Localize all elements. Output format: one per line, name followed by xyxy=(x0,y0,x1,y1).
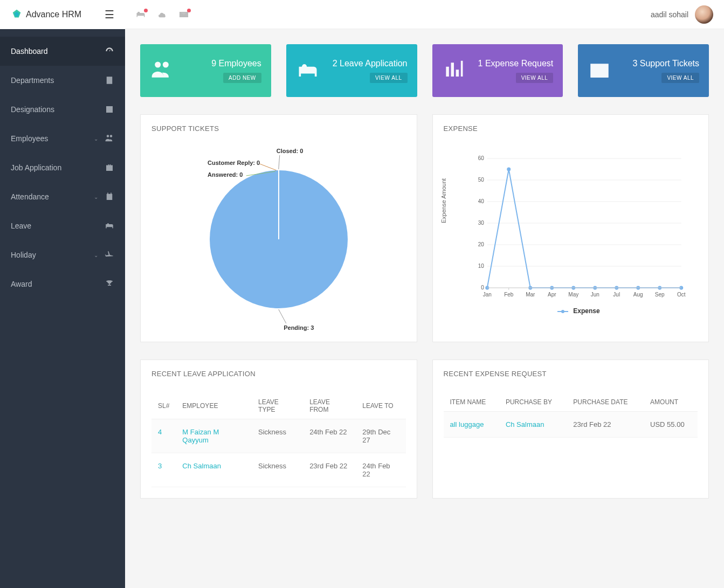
svg-text:Apr: Apr xyxy=(547,292,556,298)
svg-text:10: 10 xyxy=(478,263,484,269)
stat-row: 9 EmployeesADD NEW2 Leave ApplicationVIE… xyxy=(140,44,709,97)
notification-dot xyxy=(187,9,191,12)
table-link[interactable]: 3 xyxy=(158,462,162,470)
sidebar-item-label: Departments xyxy=(11,76,105,85)
sidebar-item-label: Holiday xyxy=(11,251,94,259)
svg-text:Mar: Mar xyxy=(526,292,535,298)
calendar-icon xyxy=(105,192,114,202)
svg-text:30: 30 xyxy=(478,220,484,226)
logo-section: Advance HRM ☰ xyxy=(0,0,125,29)
trophy-icon xyxy=(105,279,114,289)
support-tickets-pie-chart: Closed: 0 Customer Reply: 0 Answered: 0 … xyxy=(151,148,406,331)
table-cell: 23rd Feb 22 xyxy=(303,453,356,487)
sidebar-item-label: Job Application xyxy=(11,163,105,172)
expense-line-chart: Expense Amount 0102030405060JanFebMarApr… xyxy=(444,148,698,331)
table-header: LEAVE FROM xyxy=(303,393,356,419)
svg-line-5 xyxy=(279,309,286,323)
table-cell: 29th Dec 27 xyxy=(356,419,405,453)
svg-text:Sep: Sep xyxy=(654,292,664,298)
brand-logo[interactable]: Advance HRM xyxy=(11,9,81,20)
table-cell: 23rd Feb 22 xyxy=(567,412,644,438)
stat-title: 1 Expense Request xyxy=(474,59,554,68)
brand-logo-icon xyxy=(11,9,23,20)
leave-table: SL#EMPLOYEELEAVE TYPELEAVE FROMLEAVE TO … xyxy=(151,393,406,487)
sidebar-item-label: Dashboard xyxy=(11,47,105,56)
table-link[interactable]: M Faizan M Qayyum xyxy=(182,428,219,444)
chart-y-axis-label: Expense Amount xyxy=(440,178,447,223)
sidebar-item-employees[interactable]: Employees⌄ xyxy=(0,124,125,153)
stat-action-button[interactable]: VIEW ALL xyxy=(661,73,699,83)
table-link[interactable]: all luggage xyxy=(450,420,484,428)
table-link[interactable]: Ch Salmaan xyxy=(506,420,544,428)
users-icon xyxy=(150,59,174,82)
chevron-down-icon: ⌄ xyxy=(94,194,98,200)
username-label[interactable]: aadil sohail xyxy=(651,10,688,19)
avatar[interactable] xyxy=(695,5,713,24)
sidebar-item-job-application[interactable]: Job Application xyxy=(0,153,125,182)
dashboard-icon xyxy=(105,46,114,56)
topbar-cloud-icon[interactable] xyxy=(157,11,167,18)
sidebar-item-holiday[interactable]: Holiday⌄ xyxy=(0,240,125,269)
table-header: EMPLOYEE xyxy=(176,393,252,419)
plane-icon xyxy=(105,250,114,260)
notification-dot xyxy=(144,9,148,12)
stat-title: 2 Leave Application xyxy=(328,59,408,68)
topbar-bed-icon[interactable] xyxy=(136,11,146,18)
table-cell: M Faizan M Qayyum xyxy=(176,419,252,453)
stat-card-support-tickets: 3 Support TicketsVIEW ALL xyxy=(578,44,709,97)
sidebar-item-label: Employees xyxy=(11,134,94,143)
users-icon xyxy=(105,134,114,143)
sidebar-item-designations[interactable]: Designations xyxy=(0,95,125,124)
sidebar-item-attendance[interactable]: Attendance⌄ xyxy=(0,182,125,211)
svg-line-2 xyxy=(279,155,280,169)
table-cell: Sickness xyxy=(252,453,303,487)
svg-text:20: 20 xyxy=(478,241,484,247)
panel-title: EXPENSE xyxy=(433,115,709,142)
svg-text:Aug: Aug xyxy=(633,292,643,298)
topbar-envelope-icon[interactable] xyxy=(179,11,189,18)
table-row: 3Ch SalmaanSickness23rd Feb 2224th Feb 2… xyxy=(151,453,406,487)
table-row: 4M Faizan M QayyumSickness24th Feb 2229t… xyxy=(151,419,406,453)
sidebar-item-departments[interactable]: Departments xyxy=(0,66,125,95)
expense-panel: EXPENSE Expense Amount 0102030405060JanF… xyxy=(432,114,709,342)
table-header: AMOUNT xyxy=(644,393,698,412)
stat-title: 3 Support Tickets xyxy=(620,59,699,68)
table-header: PURCHASE BY xyxy=(499,393,567,412)
table-cell: Sickness xyxy=(252,419,303,453)
sidebar-item-leave[interactable]: Leave xyxy=(0,211,125,240)
svg-text:Oct: Oct xyxy=(677,292,685,298)
id-icon xyxy=(105,105,114,114)
svg-text:Jan: Jan xyxy=(482,292,491,298)
stat-action-button[interactable]: ADD NEW xyxy=(223,73,261,83)
sidebar-item-dashboard[interactable]: Dashboard xyxy=(0,37,125,66)
table-cell: 24th Feb 22 xyxy=(356,453,405,487)
building-icon xyxy=(105,75,114,85)
table-link[interactable]: 4 xyxy=(158,428,162,436)
expense-table: ITEM NAMEPURCHASE BYPURCHASE DATEAMOUNT … xyxy=(444,393,698,438)
stat-card-expense-request: 1 Expense RequestVIEW ALL xyxy=(432,44,563,97)
svg-text:Jun: Jun xyxy=(590,292,599,298)
chevron-down-icon: ⌄ xyxy=(94,252,98,258)
table-header: PURCHASE DATE xyxy=(567,393,644,412)
envelope-icon xyxy=(588,59,611,82)
sidebar-item-label: Designations xyxy=(11,105,105,114)
legend-marker-icon xyxy=(557,311,568,312)
table-header: LEAVE TO xyxy=(356,393,405,419)
panel-title: RECENT EXPENSE REQUEST xyxy=(433,360,709,388)
stat-action-button[interactable]: VIEW ALL xyxy=(370,73,408,83)
hamburger-icon[interactable]: ☰ xyxy=(105,8,114,21)
svg-text:40: 40 xyxy=(478,198,484,204)
legend-label: Expense xyxy=(573,307,599,315)
stat-card-leave-application: 2 Leave ApplicationVIEW ALL xyxy=(286,44,417,97)
table-cell: 4 xyxy=(151,419,176,453)
table-header: LEAVE TYPE xyxy=(252,393,303,419)
brand-name: Advance HRM xyxy=(26,10,81,19)
panel-title: SUPPORT TICKETS xyxy=(141,115,417,142)
sidebar-item-label: Award xyxy=(11,280,105,288)
stat-action-button[interactable]: VIEW ALL xyxy=(516,73,554,83)
svg-text:May: May xyxy=(568,292,578,298)
stat-title: 9 Employees xyxy=(182,59,261,68)
topbar: aadil sohail xyxy=(125,0,724,29)
table-link[interactable]: Ch Salmaan xyxy=(182,462,221,470)
sidebar-item-award[interactable]: Award xyxy=(0,269,125,299)
